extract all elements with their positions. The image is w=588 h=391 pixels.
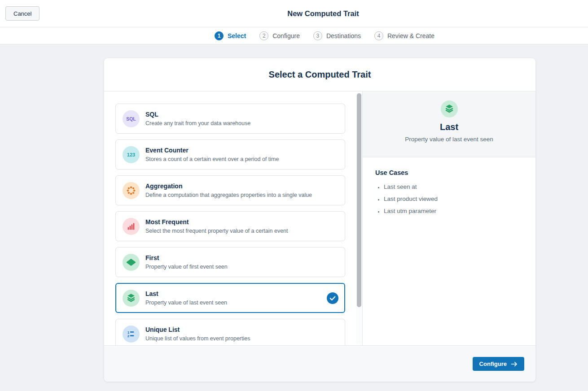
step-label: Select — [228, 32, 246, 39]
trait-item-most-frequent[interactable]: Most FrequentSelect the most frequent pr… — [115, 211, 345, 241]
trait-detail-subtitle: Property value of last event seen — [363, 136, 535, 143]
trait-text: Unique ListUnique list of values from ev… — [145, 326, 250, 342]
unique-list-icon: 1 2 — [123, 326, 140, 343]
trait-description: Define a computation that aggregates pro… — [145, 191, 312, 199]
trait-text: LastProperty value of last event seen — [145, 290, 227, 306]
trait-description: Property value of first event seen — [145, 263, 228, 270]
trait-detail-title: Last — [363, 122, 535, 132]
use-case-item: Last utm parameter — [384, 205, 525, 217]
use-case-item: Last seen at — [384, 181, 525, 193]
step-bar: 1Select2Configure3Destinations4Review & … — [0, 27, 588, 44]
card-footer: Configure — [104, 345, 535, 382]
step-select[interactable]: 1Select — [215, 31, 246, 40]
trait-text: Most FrequentSelect the most frequent pr… — [145, 218, 288, 235]
step-number-circle: 3 — [313, 31, 322, 40]
trait-text: SQLCreate any trait from your data wareh… — [145, 110, 250, 127]
trait-description: Select the most frequent property value … — [145, 227, 288, 235]
selected-check-icon — [327, 292, 338, 304]
trait-item-last[interactable]: LastProperty value of last event seen — [115, 283, 345, 313]
trait-title: First — [145, 254, 228, 262]
trait-text: AggregationDefine a computation that agg… — [145, 182, 312, 199]
use-cases-title: Use Cases — [375, 169, 525, 176]
sql-icon: SQL — [123, 110, 140, 127]
svg-text:2: 2 — [127, 334, 130, 338]
trait-item-aggregation[interactable]: AggregationDefine a computation that agg… — [115, 175, 345, 205]
use-case-item: Last product viewed — [384, 193, 525, 205]
card-body: SQLSQLCreate any trait from your data wa… — [104, 91, 535, 345]
trait-description: Property value of last event seen — [145, 299, 227, 306]
use-cases-section: Use Cases Last seen atLast product viewe… — [363, 157, 535, 217]
svg-text:123: 123 — [127, 152, 135, 157]
arrow-right-icon — [511, 361, 518, 367]
configure-button-label: Configure — [479, 361, 507, 367]
trait-title: Most Frequent — [145, 218, 288, 226]
trait-title: Unique List — [145, 326, 250, 334]
stepper: 1Select2Configure3Destinations4Review & … — [215, 27, 434, 44]
trait-detail-panel: Last Property value of last event seen U… — [362, 91, 535, 345]
last-icon — [123, 290, 140, 307]
trait-description: Stores a count of a certain event over a… — [145, 156, 279, 163]
step-label: Destinations — [326, 32, 361, 39]
trait-text: Event CounterStores a count of a certain… — [145, 146, 279, 163]
trait-text: FirstProperty value of first event seen — [145, 254, 228, 270]
trait-detail-header: Last Property value of last event seen — [363, 91, 535, 157]
page-title: New Computed Trait — [287, 0, 359, 27]
first-icon — [123, 254, 140, 271]
step-number-circle: 4 — [374, 31, 383, 40]
step-number-circle: 2 — [259, 31, 268, 40]
event-counter-icon: 123 — [123, 146, 140, 163]
step-number-circle: 1 — [215, 31, 224, 40]
last-icon — [441, 100, 458, 117]
trait-description: Unique list of values from event propert… — [145, 335, 250, 342]
scrollbar-thumb[interactable] — [357, 93, 361, 307]
trait-title: Event Counter — [145, 146, 279, 154]
configure-button[interactable]: Configure — [473, 357, 524, 371]
select-trait-card: Select a Computed Trait SQLSQLCreate any… — [104, 58, 535, 382]
step-label: Configure — [272, 32, 300, 39]
most-frequent-icon — [123, 218, 140, 235]
step-label: Review & Create — [387, 32, 434, 39]
trait-title: Last — [145, 290, 227, 298]
trait-item-event-counter[interactable]: 123Event CounterStores a count of a cert… — [115, 139, 345, 169]
card-title: Select a Computed Trait — [104, 58, 535, 91]
step-review-create[interactable]: 4Review & Create — [374, 31, 434, 40]
trait-title: Aggregation — [145, 182, 312, 190]
trait-item-first[interactable]: FirstProperty value of first event seen — [115, 247, 345, 277]
trait-item-sql[interactable]: SQLSQLCreate any trait from your data wa… — [115, 104, 345, 134]
svg-text:SQL: SQL — [126, 116, 136, 122]
step-configure[interactable]: 2Configure — [259, 31, 300, 40]
trait-title: SQL — [145, 110, 250, 118]
page-background: Select a Computed Trait SQLSQLCreate any… — [0, 44, 588, 391]
scrollbar-track[interactable] — [356, 92, 362, 344]
aggregation-icon — [123, 182, 140, 199]
cancel-button[interactable]: Cancel — [5, 6, 39, 21]
use-cases-list: Last seen atLast product viewedLast utm … — [375, 181, 525, 217]
trait-item-unique-list[interactable]: 1 2 Unique ListUnique list of values fro… — [115, 319, 345, 345]
trait-list: SQLSQLCreate any trait from your data wa… — [104, 91, 356, 345]
top-bar: Cancel New Computed Trait — [0, 0, 588, 27]
trait-description: Create any trait from your data warehous… — [145, 120, 250, 127]
step-destinations[interactable]: 3Destinations — [313, 31, 361, 40]
